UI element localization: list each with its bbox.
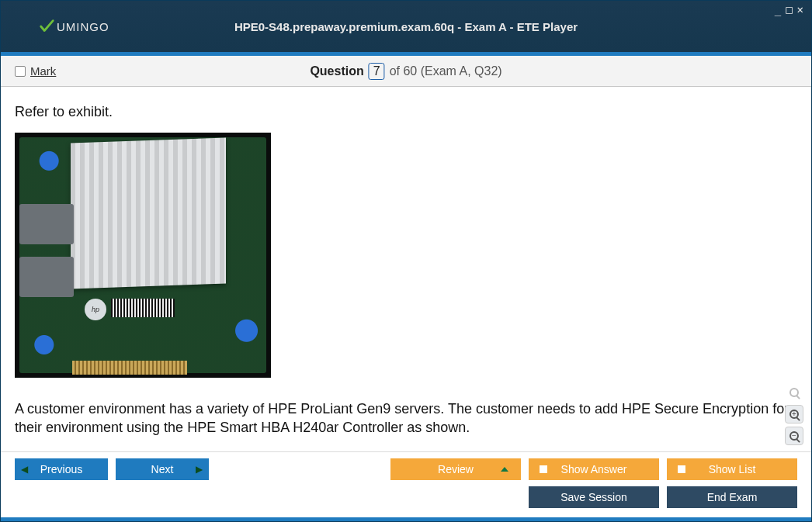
port-top [19,204,74,244]
show-answer-label: Show Answer [561,463,627,475]
close-button[interactable]: ✕ [797,4,803,15]
checkmark-icon [38,18,55,35]
question-body: A customer environment has a variety of … [15,399,797,437]
chevron-left-icon: ◀ [21,464,28,475]
heatsink [71,138,226,289]
window-title: HPE0-S48.prepaway.premium.exam.60q - Exa… [234,20,578,33]
review-button[interactable]: Review [390,458,521,480]
show-list-label: Show List [709,463,756,475]
intro-text: Refer to exhibit. [15,104,797,120]
edge-connector [72,361,187,375]
next-label: Next [151,463,174,475]
exhibit-image: hp [15,133,271,378]
save-session-label: Save Session [560,491,627,503]
stop-icon [540,465,547,473]
maximize-button[interactable]: □ [786,4,792,15]
zoom-out-button[interactable]: − [785,427,803,445]
save-session-button[interactable]: Save Session [529,486,659,508]
triangle-up-icon [501,467,508,472]
zoom-in-button[interactable]: + [785,405,803,423]
app-logo: UMINGO [38,18,109,35]
port-bottom [19,257,74,297]
app-window: UMINGO HPE0-S48.prepaway.premium.exam.60… [0,0,812,522]
next-button[interactable]: Next ▶ [116,458,209,480]
end-exam-label: End Exam [707,491,758,503]
question-of-text: of 60 (Exam A, Q32) [390,64,502,78]
show-list-button[interactable]: Show List [667,458,797,480]
review-label: Review [438,463,474,475]
previous-label: Previous [40,463,82,475]
stop-icon [678,465,685,473]
bottom-divider [1,517,811,521]
footer-row-secondary: Save Session End Exam [15,486,797,508]
question-word: Question [310,64,363,78]
logo-text: UMINGO [57,20,109,33]
zoom-controls: + − [785,383,803,445]
question-bar: Mark Question 7 of 60 (Exam A, Q32) [1,56,811,87]
end-exam-button[interactable]: End Exam [667,486,797,508]
zoom-reset-button[interactable] [785,383,803,402]
mark-label[interactable]: Mark [30,64,56,78]
minimize-button[interactable]: _ [775,4,781,15]
mark-control: Mark [15,64,56,78]
show-answer-button[interactable]: Show Answer [529,458,659,480]
question-indicator: Question 7 of 60 (Exam A, Q32) [310,63,501,80]
hp-badge: hp [85,299,106,320]
question-number-input[interactable]: 7 [369,63,385,80]
barcode-label [111,299,175,317]
footer-row-primary: ◀ Previous Next ▶ Review Show Answer Sho… [15,458,797,480]
mark-checkbox[interactable] [15,66,26,77]
chevron-right-icon: ▶ [196,464,203,475]
footer: ◀ Previous Next ▶ Review Show Answer Sho… [1,451,811,517]
previous-button[interactable]: ◀ Previous [15,458,108,480]
content-inner: Refer to exhibit. hp A customer environm… [1,87,811,451]
content-area: Refer to exhibit. hp A customer environm… [1,87,811,451]
window-controls: _ □ ✕ [775,4,803,15]
title-bar: UMINGO HPE0-S48.prepaway.premium.exam.60… [1,1,811,52]
